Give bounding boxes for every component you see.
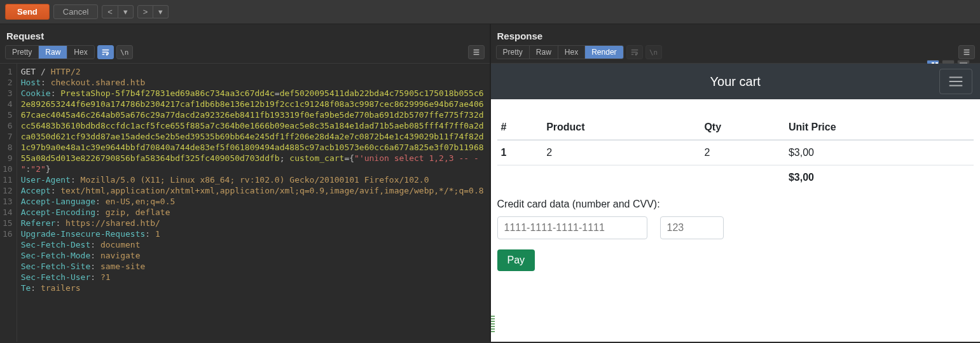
newline-icon: \n (649, 48, 658, 57)
cell-price: $3,00 (785, 140, 974, 165)
hamburger-icon (472, 48, 481, 57)
line-gutter: 1 2 3 4 5 6 7 8 9 10 11 12 13 14 15 16 (0, 64, 17, 342)
hamburger-icon (947, 74, 965, 89)
history-forward-button[interactable]: > (137, 5, 154, 18)
table-total-row: $3,00 (497, 165, 974, 190)
history-back-button[interactable]: < (102, 5, 118, 18)
navbar-toggle-button[interactable] (939, 69, 972, 94)
response-view-tabs: Pretty Raw Hex Render (496, 45, 624, 59)
page-title: Your cart (710, 74, 761, 89)
history-back-dropdown[interactable]: ▾ (118, 5, 134, 18)
cc-label: Credit card data (number and CVV): (497, 199, 974, 210)
tab-raw[interactable]: Raw (530, 46, 558, 59)
col-product: Product (542, 115, 700, 141)
cart-table: # Product Qty Unit Price 1 2 2 $3,00 (497, 115, 974, 190)
wrap-lines-toggle (626, 45, 643, 59)
tab-pretty[interactable]: Pretty (497, 46, 530, 59)
inspector-grip[interactable] (491, 316, 495, 332)
pay-button[interactable]: Pay (497, 249, 535, 271)
col-qty: Qty (700, 115, 785, 141)
history-forward-dropdown[interactable]: ▾ (153, 5, 169, 18)
tab-hex[interactable]: Hex (67, 46, 93, 59)
col-index: # (497, 115, 543, 141)
wrap-icon (630, 48, 639, 57)
response-toolbar: Pretty Raw Hex Render \n (491, 45, 981, 64)
response-menu-button[interactable] (958, 45, 975, 59)
request-menu-button[interactable] (468, 45, 485, 59)
cell-total: $3,00 (785, 165, 974, 190)
tab-pretty[interactable]: Pretty (6, 46, 39, 59)
col-price: Unit Price (785, 115, 974, 141)
wrap-icon (101, 48, 110, 57)
show-nonprintable-toggle[interactable]: \n (116, 45, 133, 59)
wrap-lines-toggle[interactable] (97, 45, 114, 59)
newline-icon: \n (120, 48, 128, 57)
history-back-group: < ▾ (102, 5, 134, 18)
hamburger-icon (962, 48, 971, 57)
request-view-tabs: Pretty Raw Hex (5, 45, 95, 59)
request-title: Request (0, 24, 490, 45)
request-toolbar: Pretty Raw Hex \n (0, 45, 490, 64)
cc-number-input[interactable] (497, 216, 647, 239)
page-navbar: Your cart (491, 64, 981, 99)
send-button[interactable]: Send (5, 4, 50, 20)
request-pane: Request Pretty Raw Hex \n 1 2 3 4 5 6 7 … (0, 24, 490, 342)
cell-index: 1 (497, 140, 543, 165)
rendered-page: Your cart # Product Qty Unit Price (491, 64, 981, 342)
tab-hex[interactable]: Hex (558, 46, 585, 59)
cancel-button[interactable]: Cancel (53, 4, 98, 19)
history-forward-group: > ▾ (137, 5, 169, 18)
action-bar: Send Cancel < ▾ > ▾ (0, 0, 980, 24)
table-header-row: # Product Qty Unit Price (497, 115, 974, 141)
request-raw-text[interactable]: GET / HTTP/2Host: checkout.shared.htbCoo… (17, 64, 490, 342)
tab-raw[interactable]: Raw (39, 46, 67, 59)
response-pane: Response Pretty Raw Hex Render \n (490, 24, 981, 342)
request-editor[interactable]: 1 2 3 4 5 6 7 8 9 10 11 12 13 14 15 16 G… (0, 64, 490, 342)
response-title: Response (491, 24, 981, 45)
cell-qty: 2 (700, 140, 785, 165)
cc-cvv-input[interactable] (660, 216, 724, 239)
cell-product: 2 (542, 140, 700, 165)
table-row: 1 2 2 $3,00 (497, 140, 974, 165)
show-nonprintable-toggle: \n (645, 45, 662, 59)
tab-render[interactable]: Render (585, 46, 623, 59)
